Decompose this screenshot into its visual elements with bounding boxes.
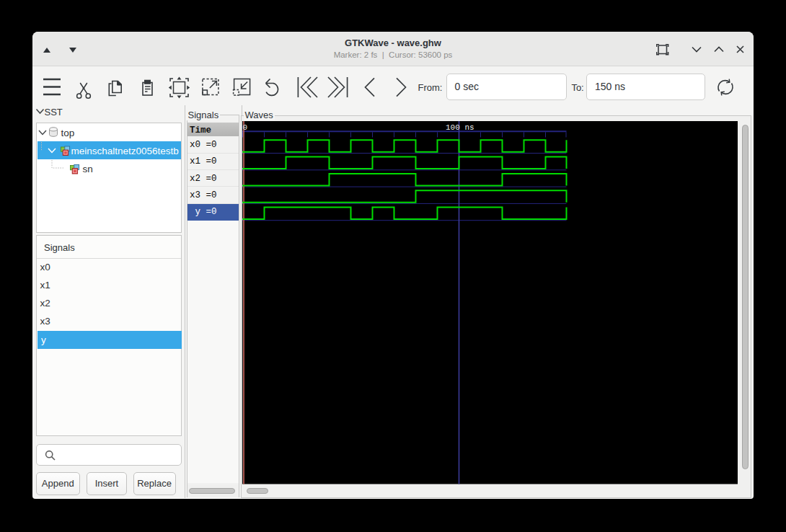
svg-text:0: 0 bbox=[243, 123, 248, 132]
svg-text:100 ns: 100 ns bbox=[446, 123, 474, 132]
